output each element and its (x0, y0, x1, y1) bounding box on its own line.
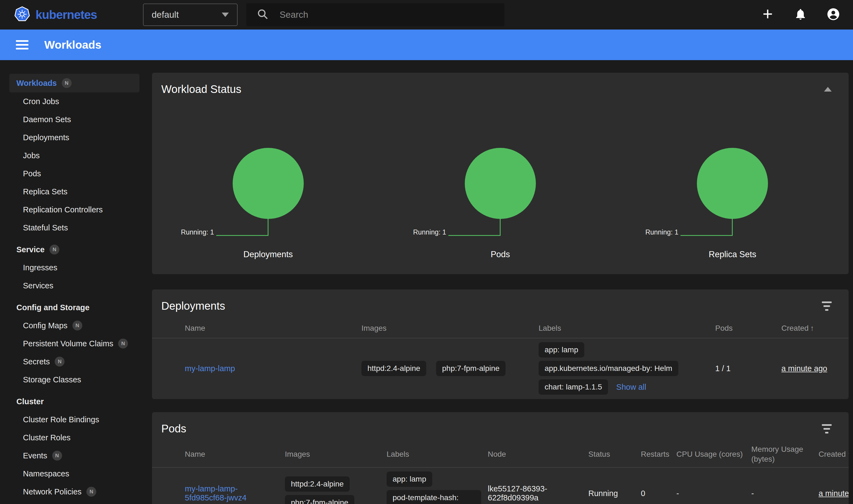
column-header-status[interactable]: Status (588, 449, 641, 459)
sidebar-item-workloads[interactable]: Workloads N (9, 74, 139, 92)
sidebar-item-persistent-volume-claims[interactable]: Persistent Volume Claims N (9, 335, 139, 353)
pods-table-header: Name Images Labels Node Status Restarts … (152, 442, 849, 468)
deployment-name-link[interactable]: my-lamp-lamp (185, 364, 242, 373)
namespaced-badge: N (86, 487, 96, 497)
namespaced-badge: N (50, 245, 59, 254)
pie-chart-title: Replica Sets (617, 250, 849, 259)
collapse-icon[interactable] (824, 87, 832, 92)
label-chip: chart: lamp-1.1.5 (538, 379, 608, 395)
sidebar-item-cron-jobs[interactable]: Cron Jobs (9, 92, 139, 110)
sidebar-item-stateful-sets[interactable]: Stateful Sets (9, 219, 139, 237)
label-chip: app: lamp (387, 471, 432, 487)
column-header-name[interactable]: Name (185, 449, 285, 459)
pie-slice-running[interactable] (465, 148, 536, 219)
search-icon (257, 8, 269, 21)
column-header-memory-usage[interactable]: Memory Usage (bytes) (751, 445, 819, 464)
image-chip: httpd:2.4-alpine (285, 476, 350, 492)
notifications-button[interactable] (793, 7, 808, 22)
kubernetes-logo-icon (14, 6, 30, 23)
image-chip: httpd:2.4-alpine (361, 361, 426, 376)
app-toolbar: Workloads (0, 30, 853, 60)
header-actions: + (760, 7, 841, 22)
sidebar-item-network-policies[interactable]: Network Policies N (9, 483, 139, 501)
pod-name-link[interactable]: my-lamp-lamp-5fd985cf68-jwvz4 (185, 484, 285, 502)
filter-icon[interactable] (822, 302, 832, 311)
show-all-link[interactable]: Show all (616, 383, 646, 392)
deployments-card: Deployments Name Images Labels Pods Crea… (152, 289, 849, 399)
bell-icon (794, 8, 807, 22)
column-header-name[interactable]: Name (185, 324, 361, 332)
search-input[interactable] (280, 10, 494, 20)
pie-chart-title: Pods (384, 250, 616, 259)
sidebar-item-service[interactable]: Service N (9, 240, 139, 258)
column-header-created[interactable]: Created↑ (781, 324, 835, 332)
label-chip: pod-template-hash: 5fd985cf68 (387, 490, 481, 504)
pod-memory-usage: - (751, 489, 819, 498)
menu-icon[interactable] (16, 40, 29, 50)
sidebar-item-cluster-role-bindings[interactable]: Cluster Role Bindings (9, 411, 139, 429)
table-row[interactable]: my-lamp-lamp-5fd985cf68-jwvz4 httpd:2.4-… (152, 468, 849, 504)
column-header-node[interactable]: Node (488, 449, 588, 459)
pods-ratio: 1 / 1 (715, 364, 781, 373)
created-timestamp: a minute ago (781, 364, 827, 373)
sidebar-item-ingresses[interactable]: Ingresses (9, 258, 139, 276)
created-timestamp: a minute ago (819, 489, 849, 498)
pie-callout-line (268, 218, 268, 236)
pie-slice-running[interactable] (233, 148, 304, 219)
column-header-images[interactable]: Images (285, 449, 387, 459)
pod-status: Running (588, 489, 641, 498)
deployments-table-header: Name Images Labels Pods Created↑ (152, 319, 849, 338)
kubernetes-logo[interactable]: kubernetes (14, 6, 97, 23)
node-name: lke55127-86393-622f8d09399a (488, 484, 588, 502)
column-header-pods[interactable]: Pods (715, 324, 781, 332)
namespaced-badge: N (72, 321, 82, 330)
pie-slice-running[interactable] (697, 148, 768, 219)
column-header-cpu-usage[interactable]: CPU Usage (cores) (676, 449, 751, 459)
namespace-selector[interactable]: default (143, 3, 237, 26)
sidebar-item-services[interactable]: Services (9, 276, 139, 295)
namespaced-badge: N (118, 339, 128, 348)
pie-chart-title: Deployments (152, 250, 384, 259)
sidebar-item-secrets[interactable]: Secrets N (9, 353, 139, 371)
column-header-images[interactable]: Images (361, 324, 538, 332)
pie-callout-line (500, 218, 501, 236)
label-chip: app: lamp (538, 342, 584, 358)
pie-chart-pods: Running: 1 Pods (384, 102, 616, 274)
sidebar-item-pods[interactable]: Pods (9, 164, 139, 183)
image-chip: php:7-fpm-alpine (436, 361, 505, 376)
sidebar-item-daemon-sets[interactable]: Daemon Sets (9, 110, 139, 128)
namespaced-badge: N (62, 78, 72, 88)
create-resource-button[interactable]: + (760, 7, 775, 22)
sidebar-item-namespaces[interactable]: Namespaces (9, 465, 139, 483)
search-bar[interactable] (246, 3, 504, 26)
label-chip: app.kubernetes.io/managed-by: Helm (538, 361, 678, 376)
sidebar-item-cluster-roles[interactable]: Cluster Roles (9, 429, 139, 447)
filter-icon[interactable] (822, 424, 832, 433)
sidebar-item-deployments[interactable]: Deployments (9, 128, 139, 146)
column-header-created[interactable]: Created↑ (819, 449, 849, 459)
page-title: Workloads (44, 38, 102, 51)
sort-ascending-icon: ↑ (810, 324, 814, 332)
top-header: kubernetes default + (0, 0, 853, 30)
sidebar-item-config-maps[interactable]: Config Maps N (9, 317, 139, 335)
sidebar-item-replication-controllers[interactable]: Replication Controllers (9, 201, 139, 219)
table-row[interactable]: my-lamp-lamp httpd:2.4-alpine php:7-fpm-… (152, 338, 849, 399)
workload-status-title: Workload Status (161, 83, 242, 95)
sidebar-item-replica-sets[interactable]: Replica Sets (9, 183, 139, 201)
image-chip: php:7-fpm-alpine (285, 495, 354, 504)
sidebar-item-events[interactable]: Events N (9, 447, 139, 465)
pie-callout-label: Running: 1 (181, 228, 214, 236)
column-header-restarts[interactable]: Restarts (641, 449, 676, 459)
sidebar-item-jobs[interactable]: Jobs (9, 146, 139, 164)
namespaced-badge: N (55, 357, 65, 366)
pie-chart-deployments: Running: 1 Deployments (152, 102, 384, 274)
pod-cpu-usage: - (676, 489, 751, 498)
pie-callout-line (216, 235, 268, 236)
chevron-down-icon (222, 13, 229, 17)
sidebar-item-storage-classes[interactable]: Storage Classes (9, 371, 139, 389)
sidebar-section-cluster[interactable]: Cluster (9, 393, 139, 411)
sidebar-section-config-and-storage[interactable]: Config and Storage (9, 299, 139, 317)
account-button[interactable] (826, 7, 841, 22)
column-header-labels[interactable]: Labels (538, 324, 715, 332)
column-header-labels[interactable]: Labels (387, 449, 488, 459)
